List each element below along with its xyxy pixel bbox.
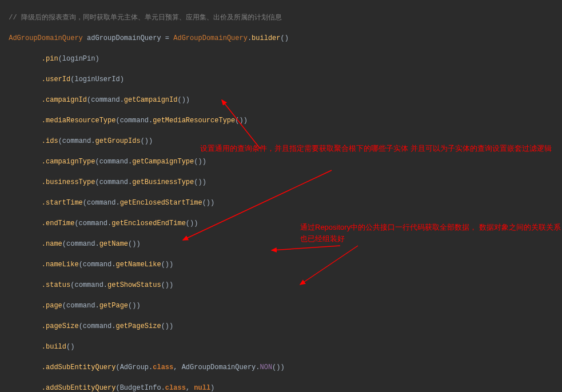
code-line: AdGroupDomainQuery adGroupDomainQuery = … — [5, 33, 562, 43]
code-line: .page(command.getPage()) — [5, 301, 562, 311]
code-line: .userId(loginUserId) — [5, 74, 562, 85]
code-line: .campaignType(command.getCampaignType()) — [5, 157, 562, 167]
code-line: .pageSize(command.getPageSize()) — [5, 321, 562, 331]
code-line: .nameLike(command.getNameLike()) — [5, 259, 562, 270]
code-line: .addSubEntityQuery(AdGroup.class, AdGrou… — [5, 362, 562, 373]
code-line: .campaignId(command.getCampaignId()) — [5, 95, 562, 105]
code-line: .pin(loginPin) — [5, 54, 562, 64]
code-editor[interactable]: // 降级后的报表查询，同时获取单元主体、单元日预算、应用集、出价及所属的计划信… — [0, 0, 562, 392]
comment-line: // 降级后的报表查询，同时获取单元主体、单元日预算、应用集、出价及所属的计划信… — [5, 13, 562, 23]
code-line: .mediaResourceType(command.getMediaResou… — [5, 115, 562, 126]
annotation-query-conditions: 设置通用的查询条件，并且指定需要获取聚合根下的哪些子实体 并且可以为子实体的查询… — [200, 143, 552, 154]
code-line: .status(command.getShowStatus()) — [5, 280, 562, 290]
code-line: .startTime(command.getEnclosedStartTime(… — [5, 198, 562, 208]
code-line: .businessType(command.getBusinessType()) — [5, 177, 562, 187]
code-line: .addSubEntityQuery(BudgetInfo.class, nul… — [5, 383, 562, 392]
annotation-repository: 通过Repository中的公共接口一行代码获取全部数据， 数据对象之间的关联关… — [300, 222, 562, 245]
code-line: .build() — [5, 342, 562, 352]
